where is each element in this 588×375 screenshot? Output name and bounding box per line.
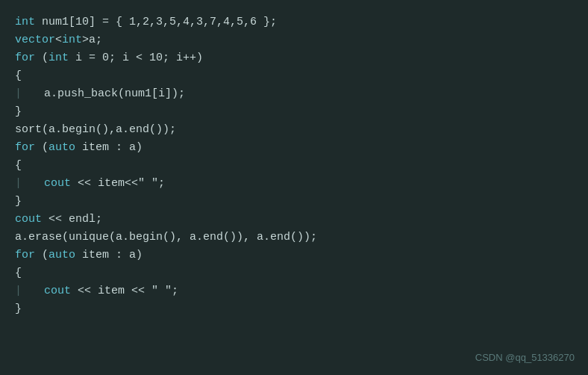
code-line-5: | a.push_back(num1[i]); <box>15 85 573 103</box>
keyword-vector: vector <box>15 31 55 49</box>
code-line-8: for ( auto item : a) <box>15 139 573 157</box>
code-line-9: { <box>15 157 573 175</box>
code-line-3: for ( int i = 0; i < 10; i++) <box>15 49 573 67</box>
code-line-11: } <box>15 193 573 211</box>
code-line-1: int num1[10] = { 1,2,3,5,4,3,7,4,5,6 }; <box>15 13 573 31</box>
code-line-15: { <box>15 264 573 282</box>
code-line-17: } <box>15 300 573 318</box>
keyword-int: int <box>15 13 35 31</box>
code-line-13: a.erase(unique(a.begin(), a.end()), a.en… <box>15 229 573 247</box>
code-line-16: | cout << item << " " ; <box>15 282 573 300</box>
code-line-10: | cout << item<< " " ; <box>15 175 573 193</box>
code-line-2: vector < int >a; <box>15 31 573 49</box>
code-line-12: cout << endl; <box>15 211 573 229</box>
code-editor: int num1[10] = { 1,2,3,5,4,3,7,4,5,6 }; … <box>0 0 588 375</box>
code-line-7: sort(a.begin(),a.end()); <box>15 121 573 139</box>
watermark: CSDN @qq_51336270 <box>475 350 575 366</box>
code-line-4: { <box>15 67 573 85</box>
code-line-6: } <box>15 103 573 121</box>
code-line-14: for ( auto item : a) <box>15 247 573 264</box>
